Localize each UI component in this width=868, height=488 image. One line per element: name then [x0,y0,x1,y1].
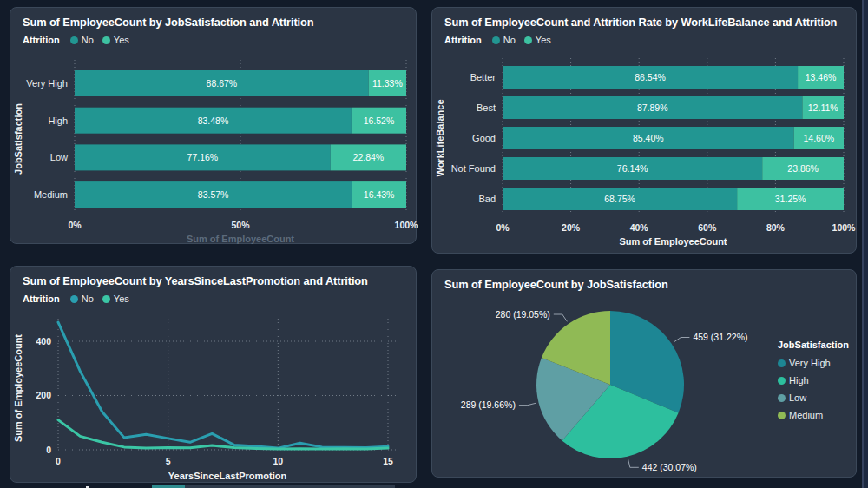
axis-tick-label: 100% [395,220,418,230]
chart-title: Sum of EmployeeCount and Attrition Rate … [432,8,856,29]
line-series-yes[interactable] [58,420,388,449]
bar-value-label: 31.25% [775,194,806,204]
pie-leader-line [674,338,689,343]
legend-dot [70,295,78,303]
legend-item-no[interactable]: No [70,293,94,304]
axis-tick-label: 0% [496,222,510,233]
bar-value-label: 22.84% [353,152,385,162]
legend-dot [102,36,110,44]
legend-dot [70,36,78,44]
legend-item-yes[interactable]: Yes [524,35,551,45]
chart-card-jobsatisfaction-bar: Sum of EmployeeCount by JobSatisfaction … [10,7,417,244]
legend-item-very-high[interactable]: Very High [778,358,849,368]
chart-title: Sum of EmployeeCount by JobSatisfaction [432,270,856,291]
bar-value-label: 68.75% [604,194,635,204]
axis-tick-label: 40% [630,222,649,233]
axis-title-x: Sum of EmployeeCount [619,236,727,247]
axis-title-y: JobSatisfaction [13,103,23,175]
axis-tick-label: 80% [766,222,786,233]
axis-tick-label: 60% [698,222,717,233]
legend-item-medium[interactable]: Medium [778,410,849,420]
bar-chart-svg: 0%20%40%60%80%100%Better86.54%13.46%Best… [432,53,858,254]
legend-item-label: No [503,35,516,45]
legend-title: JobSatisfaction [778,340,849,350]
category-label: Better [470,72,496,82]
cutoff-element-teal [152,485,185,488]
pie-data-label: 280 (19.05%) [496,309,550,320]
chart-title: Sum of EmployeeCount by JobSatisfaction … [10,8,416,29]
category-label: Very High [26,78,68,89]
legend-item-label: No [82,35,94,45]
bar-value-label: 23.86% [787,163,819,174]
legend-item-no[interactable]: No [70,35,94,45]
axis-tick-label: 200 [36,390,51,400]
legend-item-label: Low [789,392,806,403]
axis-tick-label: 10 [273,456,283,466]
legend-item-high[interactable]: High [778,375,849,386]
legend-item-label: Very High [789,358,831,368]
chart-title: Sum of EmployeeCount by YearsSinceLastPr… [10,267,416,287]
legend-dot [778,377,786,385]
legend-item-no[interactable]: No [492,35,516,45]
pie-legend: JobSatisfaction Very HighHighLowMedium [778,340,849,420]
pie-data-label: 289 (19.66%) [461,399,516,410]
bar-value-label: 11.33% [372,78,403,89]
legend-item-label: Yes [114,35,129,45]
chart-card-years-line: Sum of EmployeeCount by YearsSinceLastPr… [10,266,417,483]
legend-dot [492,36,500,44]
category-label: Best [477,102,496,113]
axis-tick-label: 0 [46,445,51,455]
bar-value-label: 87.89% [637,102,668,113]
legend-dot [778,394,786,402]
legend-item-label: Yes [114,293,129,304]
bar-value-label: 12.11% [808,102,838,113]
category-label: Medium [34,189,68,200]
category-label: Low [50,152,68,162]
line-chart-svg: 0200400051015Sum of EmployeeCountYearsSi… [10,312,418,484]
bar-value-label: 85.40% [633,133,664,143]
chart-legend: Attrition NoYes [10,287,416,304]
chart-legend: Attrition NoYes [10,29,416,45]
legend-title: Attrition [23,293,60,304]
pie-leader-line [628,459,639,468]
axis-tick-label: 20% [562,222,581,233]
axis-title-x: Sum of EmployeeCount [187,234,294,244]
legend-title: Attrition [23,35,60,45]
axis-title-y: WorkLifeBalance [435,99,445,176]
chart-legend: Attrition NoYes [432,29,856,45]
legend-title: Attrition [444,35,482,45]
bar-value-label: 76.14% [617,163,648,174]
bar-chart-svg: 0%50%100%Very High88.67%11.33%High83.48%… [10,53,418,245]
pie-leader-line [554,314,568,321]
legend-item-low[interactable]: Low [778,392,849,403]
axis-tick-label: 50% [231,220,250,230]
bar-value-label: 83.48% [198,115,229,126]
bar-value-label: 88.67% [207,78,238,89]
right-edge-panel [862,0,868,488]
axis-title-x: YearsSinceLastPromotion [168,471,287,481]
legend-item-label: No [82,293,94,304]
legend-item-label: Medium [789,410,823,420]
bar-value-label: 83.57% [198,189,229,200]
category-label: Good [472,133,496,143]
axis-tick-label: 100% [832,222,857,233]
bar-value-label: 86.54% [635,72,666,82]
legend-item-yes[interactable]: Yes [102,293,129,304]
axis-tick-label: 15 [383,456,393,466]
legend-item-label: Yes [536,35,551,45]
bar-value-label: 16.43% [364,189,395,200]
legend-dot [778,412,786,419]
legend-dot [102,295,110,303]
legend-item-label: High [789,375,809,386]
bar-value-label: 14.60% [803,133,834,143]
axis-tick-label: 0 [56,456,61,466]
category-label: Bad [478,194,496,204]
category-label: High [48,115,68,126]
chart-card-jobsatisfaction-pie: Sum of EmployeeCount by JobSatisfaction … [431,269,857,478]
axis-title-y: Sum of EmployeeCount [13,334,23,442]
legend-item-yes[interactable]: Yes [102,35,129,45]
bar-value-label: 13.46% [806,72,837,82]
category-label: Not Found [451,163,496,174]
pie-leader-line [519,403,536,405]
bar-value-label: 77.16% [187,152,219,162]
